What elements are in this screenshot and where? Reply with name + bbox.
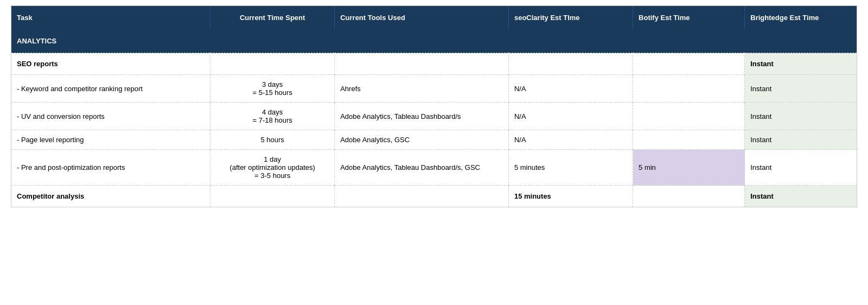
- header-botify: Botify Est Time: [633, 6, 745, 29]
- row-competitor-analysis: Competitor analysis15 minutesInstant: [11, 186, 857, 207]
- cell-seoclarity-keyword-ranking: N/A: [508, 75, 633, 103]
- row-uv-conversion: - UV and conversion reports4 days = 7-18…: [11, 103, 857, 130]
- cell-botify-uv-conversion: [633, 103, 745, 130]
- cell-time-keyword-ranking: 3 days = 5-15 hours: [210, 75, 335, 103]
- cell-seoclarity-seo-reports: [508, 53, 633, 75]
- cell-botify-pre-post-optimization: 5 min: [633, 150, 745, 186]
- cell-brightedge-keyword-ranking: Instant: [745, 75, 857, 103]
- header-brightedge: Brightedge Est Time: [745, 6, 857, 29]
- cell-brightedge-uv-conversion: Instant: [745, 103, 857, 130]
- table-body: ANALYTICSSEO reportsInstant- Keyword and…: [11, 29, 857, 207]
- cell-botify-keyword-ranking: [633, 75, 745, 103]
- cell-tools-page-level: Adobe Analytics, GSC: [335, 130, 509, 150]
- cell-task-page-level: - Page level reporting: [11, 130, 210, 150]
- cell-tools-uv-conversion: Adobe Analytics, Tableau Dashboard/s: [335, 103, 509, 130]
- row-seo-reports: SEO reportsInstant: [11, 53, 857, 75]
- main-table-wrapper: Task Current Time Spent Current Tools Us…: [11, 5, 857, 207]
- cell-time-pre-post-optimization: 1 day (after optimization updates) = 3-5…: [210, 150, 335, 186]
- cell-botify-competitor-analysis: [633, 186, 745, 207]
- cell-time-seo-reports: [210, 53, 335, 75]
- cell-tools-seo-reports: [335, 53, 509, 75]
- cell-time-competitor-analysis: [210, 186, 335, 207]
- cell-brightedge-seo-reports: Instant: [745, 53, 857, 75]
- cell-seoclarity-page-level: N/A: [508, 130, 633, 150]
- header-row: Task Current Time Spent Current Tools Us…: [11, 6, 857, 29]
- cell-task-seo-reports: SEO reports: [11, 53, 210, 75]
- cell-seoclarity-pre-post-optimization: 5 minutes: [508, 150, 633, 186]
- cell-time-page-level: 5 hours: [210, 130, 335, 150]
- cell-seoclarity-competitor-analysis: 15 minutes: [508, 186, 633, 207]
- row-pre-post-optimization: - Pre and post-optimization reports1 day…: [11, 150, 857, 186]
- cell-time-uv-conversion: 4 days = 7-18 hours: [210, 103, 335, 130]
- cell-botify-page-level: [633, 130, 745, 150]
- cell-task-competitor-analysis: Competitor analysis: [11, 186, 210, 207]
- cell-task-keyword-ranking: - Keyword and competitor ranking report: [11, 75, 210, 103]
- cell-brightedge-page-level: Instant: [745, 130, 857, 150]
- cell-botify-seo-reports: [633, 53, 745, 75]
- comparison-table: Task Current Time Spent Current Tools Us…: [11, 6, 857, 207]
- cell-tools-competitor-analysis: [335, 186, 509, 207]
- header-seoclarity: seoClarity Est TIme: [508, 6, 633, 29]
- cell-brightedge-pre-post-optimization: Instant: [745, 150, 857, 186]
- cell-tools-pre-post-optimization: Adobe Analytics, Tableau Dashboard/s, GS…: [335, 150, 509, 186]
- header-time-spent: Current Time Spent: [210, 6, 335, 29]
- cell-seoclarity-uv-conversion: N/A: [508, 103, 633, 130]
- row-keyword-ranking: - Keyword and competitor ranking report3…: [11, 75, 857, 103]
- row-page-level: - Page level reporting5 hoursAdobe Analy…: [11, 130, 857, 150]
- cell-brightedge-competitor-analysis: Instant: [745, 186, 857, 207]
- header-tools: Current Tools Used: [335, 6, 509, 29]
- cell-tools-keyword-ranking: Ahrefs: [335, 75, 509, 103]
- cell-task-pre-post-optimization: - Pre and post-optimization reports: [11, 150, 210, 186]
- cell-task-uv-conversion: - UV and conversion reports: [11, 103, 210, 130]
- section-label-analytics: ANALYTICS: [11, 29, 857, 53]
- section-header-analytics: ANALYTICS: [11, 29, 857, 53]
- header-task: Task: [11, 6, 210, 29]
